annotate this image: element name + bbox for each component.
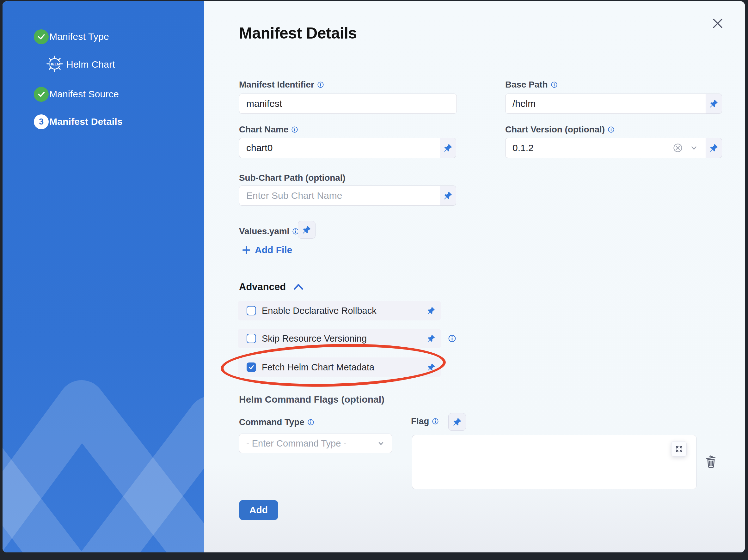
chart-name-input[interactable]: chart0 [239,138,440,158]
step-complete-check-icon [34,87,49,102]
command-type-select[interactable]: - Enter Command Type - [239,434,392,453]
checkbox-label: Skip Resource Versioning [262,334,367,344]
pin-icon [302,225,311,235]
sidebar-step-label-current: Manifest Details [49,116,123,127]
sidebar-step-manifest-source[interactable]: Manifest Source [2,87,204,102]
helm-command-flags-label: Helm Command Flags (optional) [239,394,384,405]
chart-name-label: Chart Name [239,124,298,135]
flag-textarea[interactable] [412,435,697,489]
manifest-identifier-input[interactable]: manifest [239,94,457,114]
close-icon [712,18,723,29]
pin-icon [427,306,436,315]
info-icon[interactable] [608,126,614,133]
manifest-details-panel: Manifest Details Manifest Identifier Bas… [204,1,745,553]
skip-resource-versioning-info-icon[interactable] [448,334,456,343]
step-number-badge: 3 [34,115,49,129]
option-row-fetch-helm-chart-metadata[interactable]: Fetch Helm Chart Metadata [238,358,441,377]
delete-flag-icon[interactable] [704,454,718,469]
checkbox-label: Fetch Helm Chart Metadata [262,362,374,372]
manifest-wizard-modal: Manifest Type [2,1,745,553]
wizard-sidebar: Manifest Type [2,1,204,553]
option-pin-button[interactable] [421,358,441,377]
helm-wheel-icon: HELM [46,55,64,74]
pin-icon [452,417,462,427]
checkbox[interactable] [247,363,256,372]
chart-name-field-group: chart0 [239,138,456,158]
sidebar-step-manifest-type[interactable]: Manifest Type [2,29,204,44]
command-type-placeholder: - Enter Command Type - [246,438,347,449]
option-pin-button[interactable] [421,301,441,320]
pin-icon [443,143,453,153]
info-icon[interactable] [317,81,324,88]
advanced-section-toggle[interactable]: Advanced [239,281,304,293]
info-icon[interactable] [551,81,558,88]
sidebar-substep-label: Helm Chart [66,59,115,70]
base-path-field-group: /helm [505,94,722,114]
option-row-skip-resource-versioning[interactable]: Skip Resource Versioning [238,329,441,348]
chevron-up-icon [293,282,304,292]
command-type-label: Command Type [239,417,314,427]
expand-editor-button[interactable] [671,441,687,457]
chevron-down-icon[interactable] [690,144,698,152]
chart-version-field-group: 0.1.2 [505,138,722,158]
add-button[interactable]: Add [239,500,278,520]
chart-version-input[interactable]: 0.1.2 [505,138,706,158]
pin-icon [443,191,453,200]
values-yaml-label: Values.yaml [239,226,299,236]
chevron-down-icon [377,440,385,447]
option-pin-button[interactable] [421,329,441,348]
sub-chart-placeholder: Enter Sub Chart Name [246,190,342,201]
harness-logo-watermark [2,350,204,553]
sub-chart-path-input[interactable]: Enter Sub Chart Name [239,186,440,206]
checkbox-label: Enable Declarative Rollback [262,306,376,316]
info-icon[interactable] [307,419,314,426]
pin-icon [709,143,719,153]
flag-pin-button[interactable] [448,413,466,431]
sidebar-step-label: Manifest Source [49,89,119,100]
pin-icon [427,363,436,372]
base-path-pin-button[interactable] [706,94,722,114]
manifest-identifier-label: Manifest Identifier [239,80,324,90]
add-file-label: Add File [255,245,292,255]
option-row-enable-declarative-rollback[interactable]: Enable Declarative Rollback [238,301,441,320]
checkbox[interactable] [247,334,256,343]
sub-chart-path-field-group: Enter Sub Chart Name [239,186,456,206]
plus-icon [241,245,251,255]
info-icon[interactable] [432,418,439,425]
checkbox[interactable] [247,306,256,315]
sidebar-step-label: Manifest Type [49,31,109,42]
flag-label: Flag [411,416,439,426]
pin-icon [709,99,719,108]
sidebar-substep-helm-chart[interactable]: HELM Helm Chart [2,57,204,72]
sidebar-step-manifest-details[interactable]: 3 Manifest Details [2,114,204,129]
chart-version-label: Chart Version (optional) [505,124,614,135]
values-yaml-pin-button[interactable] [298,221,315,239]
clear-icon[interactable] [673,143,683,153]
pin-icon [427,334,436,343]
svg-text:HELM: HELM [49,62,60,66]
base-path-label: Base Path [505,80,558,90]
step-complete-check-icon [34,29,49,44]
info-icon[interactable] [291,126,298,133]
chart-name-pin-button[interactable] [440,138,456,158]
sub-chart-pin-button[interactable] [440,186,456,206]
page-title: Manifest Details [239,24,357,42]
screen: Manifest Type [0,0,748,560]
base-path-input[interactable]: /helm [505,94,706,114]
expand-icon [675,445,683,453]
close-button[interactable] [711,17,724,30]
chart-version-pin-button[interactable] [706,138,722,158]
add-file-button[interactable]: Add File [241,245,292,255]
sub-chart-path-label: Sub-Chart Path (optional) [239,173,346,183]
